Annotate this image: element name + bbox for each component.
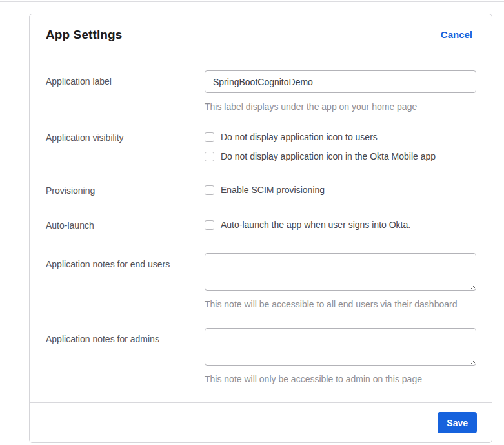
auto-launch-checkbox[interactable]: [205, 220, 214, 230]
application-label-input[interactable]: [205, 70, 476, 93]
application-label-helper: This label displays under the app on you…: [205, 101, 476, 112]
form-row-notes-admins: Application notes for admins This note w…: [46, 328, 476, 385]
visibility-users-checkbox[interactable]: [205, 132, 214, 142]
visibility-mobile-checkbox[interactable]: [205, 152, 214, 161]
scim-provisioning-checkbox[interactable]: [205, 185, 214, 195]
auto-launch-label: Auto-launch: [46, 220, 205, 231]
visibility-users-option: Do not display application icon to users: [205, 132, 476, 142]
notes-end-users-helper: This note will be accessible to all end …: [205, 298, 476, 310]
form-row-notes-end-users: Application notes for end users This not…: [46, 253, 476, 310]
form-row-application-label: Application label This label displays un…: [46, 70, 476, 112]
card-footer: Save: [30, 402, 492, 442]
form-row-application-visibility: Application visibility Do not display ap…: [46, 132, 476, 161]
notes-admins-textarea[interactable]: [205, 328, 476, 366]
scim-provisioning-label: Enable SCIM provisioning: [221, 185, 325, 195]
save-button[interactable]: Save: [438, 412, 477, 433]
auto-launch-option-label: Auto-launch the app when user signs into…: [221, 220, 410, 230]
app-settings-card: App Settings Cancel Application label Th…: [29, 14, 492, 443]
notes-end-users-label: Application notes for end users: [46, 253, 205, 270]
form-row-auto-launch: Auto-launch Auto-launch the app when use…: [46, 220, 476, 231]
visibility-users-label: Do not display application icon to users: [221, 132, 378, 142]
notes-admins-helper: This note will only be accessible to adm…: [205, 373, 476, 385]
card-header: App Settings Cancel: [46, 28, 476, 42]
auto-launch-option: Auto-launch the app when user signs into…: [205, 220, 476, 230]
scim-provisioning-option: Enable SCIM provisioning: [205, 185, 476, 195]
visibility-mobile-label: Do not display application icon in the O…: [221, 151, 436, 161]
provisioning-label: Provisioning: [46, 185, 205, 196]
form-row-provisioning: Provisioning Enable SCIM provisioning: [46, 185, 476, 196]
page-top-divider: [0, 1, 504, 2]
application-label-label: Application label: [46, 70, 205, 87]
app-settings-form: App Settings Cancel Application label Th…: [30, 14, 492, 402]
notes-admins-label: Application notes for admins: [46, 328, 205, 345]
application-visibility-label: Application visibility: [46, 132, 205, 143]
page-title: App Settings: [46, 28, 122, 42]
notes-end-users-textarea[interactable]: [205, 253, 476, 291]
visibility-mobile-option: Do not display application icon in the O…: [205, 151, 476, 161]
cancel-link[interactable]: Cancel: [441, 28, 472, 42]
